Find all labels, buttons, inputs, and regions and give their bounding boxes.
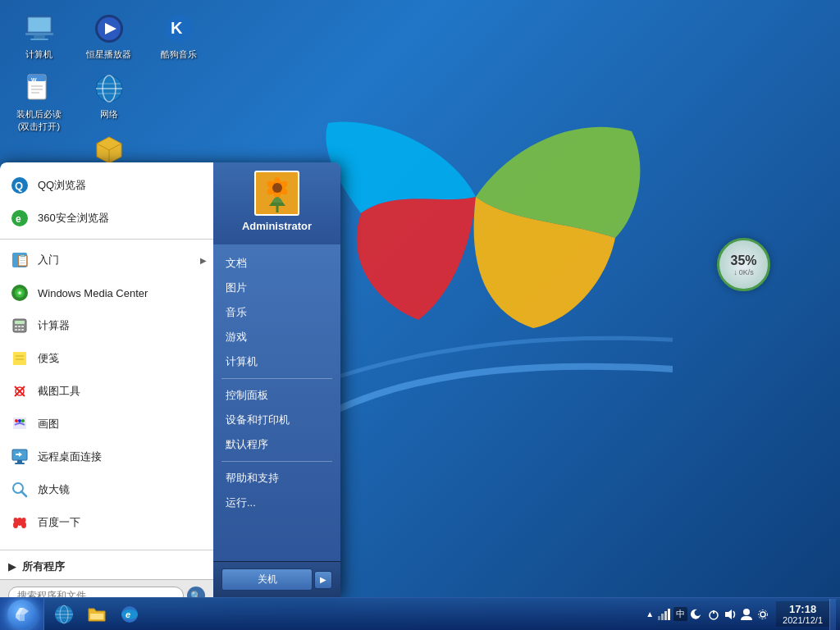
360-browser-label: 360安全浏览器 <box>38 211 109 226</box>
shutdown-arrow-button[interactable]: ▶ <box>314 571 332 589</box>
show-desktop-button[interactable] <box>829 599 836 630</box>
start-menu: Q QQ浏览器 e 360安全浏览器 <box>0 162 340 597</box>
tray-expand[interactable]: ▲ <box>646 609 654 619</box>
desktop-icon-install-guide[interactable]: W 装机后必读(双击打开) <box>8 68 70 136</box>
paint-icon <box>8 413 31 436</box>
svg-text:Q: Q <box>15 180 23 192</box>
svg-rect-38 <box>18 329 21 331</box>
svg-rect-36 <box>21 326 24 327</box>
start-item-paint[interactable]: 画图 <box>0 408 213 441</box>
user-name: Administrator <box>242 220 312 232</box>
desktop-icon-computer[interactable]: 计算机 <box>8 8 70 64</box>
search-input[interactable] <box>8 587 184 597</box>
right-item-games[interactable]: 游戏 <box>213 325 340 349</box>
start-button[interactable] <box>0 598 44 631</box>
windows-logo <box>312 98 673 443</box>
intro-arrow: ▶ <box>200 256 207 265</box>
svg-point-85 <box>743 609 750 615</box>
speed-widget: 35% ↓ 0K/s <box>717 238 770 291</box>
wmc-icon <box>8 281 31 304</box>
magnifier-icon <box>8 478 31 501</box>
user-avatar[interactable] <box>254 171 299 216</box>
shutdown-button[interactable]: 关机 <box>221 568 313 591</box>
qq-browser-label: QQ浏览器 <box>38 178 86 193</box>
network-icon-label: 网络 <box>100 108 118 120</box>
start-item-wmc[interactable]: Windows Media Center <box>0 276 213 309</box>
start-item-snipping-tool[interactable]: 截图工具 <box>0 375 213 408</box>
taskbar-app-ie[interactable]: e <box>114 600 145 628</box>
right-item-music[interactable]: 音乐 <box>213 300 340 325</box>
svg-marker-84 <box>725 609 732 619</box>
kugou-icon-label: 酷狗音乐 <box>161 48 197 60</box>
taskbar-app-network[interactable] <box>48 600 80 628</box>
start-item-remote-desktop[interactable]: 远程桌面连接 <box>0 441 213 473</box>
svg-rect-81 <box>668 609 670 620</box>
right-item-documents[interactable]: 文档 <box>213 251 340 276</box>
start-divider-1 <box>0 239 213 240</box>
right-item-pictures[interactable]: 图片 <box>213 276 340 300</box>
right-item-help[interactable]: 帮助和支持 <box>213 466 340 491</box>
desktop-icon-kugou[interactable]: K 酷狗音乐 <box>148 8 209 64</box>
all-programs-label: 所有程序 <box>22 559 65 574</box>
sticky-notes-icon <box>8 347 31 370</box>
right-item-computer[interactable]: 计算机 <box>213 349 340 374</box>
tray-cn-indicator[interactable]: 中 <box>673 607 687 621</box>
start-orb <box>7 600 37 629</box>
svg-rect-3 <box>30 39 48 40</box>
start-item-magnifier[interactable]: 放大镜 <box>0 473 213 506</box>
start-item-intro[interactable]: 📋 入门 ▶ <box>0 244 213 276</box>
start-item-qq-browser[interactable]: Q QQ浏览器 <box>0 169 213 202</box>
svg-rect-35 <box>18 326 21 327</box>
svg-rect-50 <box>15 463 25 464</box>
desktop-icon-network[interactable]: 网络 <box>78 68 139 124</box>
svg-point-66 <box>272 183 282 193</box>
svg-rect-2 <box>34 35 45 39</box>
taskbar-app-explorer[interactable] <box>81 600 112 628</box>
clock[interactable]: 17:18 2021/12/1 <box>776 601 829 627</box>
start-divider-2 <box>0 550 213 550</box>
taskbar: e ▲ 中 <box>0 597 840 630</box>
svg-rect-80 <box>664 611 667 620</box>
calculator-label: 计算器 <box>38 318 70 333</box>
baidu-icon <box>8 511 31 534</box>
right-menu-items: 文档 图片 音乐 游戏 计算机 控制面板 设备和打印机 默认程序 <box>213 244 340 561</box>
paint-label: 画图 <box>38 417 59 431</box>
right-divider-2 <box>221 461 332 462</box>
sticky-notes-label: 便笺 <box>38 351 59 366</box>
right-item-control-panel[interactable]: 控制面板 <box>213 383 340 408</box>
svg-rect-74 <box>90 614 103 619</box>
start-menu-right: Administrator 文档 图片 音乐 游戏 计算机 控制面板 <box>213 162 340 597</box>
install-guide-icon-label: 装机后必读(双击打开) <box>12 108 66 132</box>
right-item-default-programs[interactable]: 默认程序 <box>213 432 340 457</box>
svg-text:K: K <box>171 19 183 37</box>
magnifier-label: 放大镜 <box>38 482 70 497</box>
remote-desktop-icon <box>8 445 31 468</box>
svg-rect-49 <box>17 460 22 463</box>
svg-rect-79 <box>661 614 664 620</box>
start-item-360-browser[interactable]: e 360安全浏览器 <box>0 202 213 235</box>
qq-browser-icon: Q <box>8 174 31 197</box>
activate-driver-icon <box>93 133 126 166</box>
network-icon <box>93 72 126 105</box>
right-item-run[interactable]: 运行... <box>213 491 340 515</box>
svg-line-52 <box>21 491 26 496</box>
start-item-baidu[interactable]: 百度一下 <box>0 506 213 539</box>
clock-time: 17:18 <box>783 603 823 615</box>
computer-icon <box>23 12 56 45</box>
tray-moon-icon <box>691 608 704 621</box>
svg-rect-40 <box>13 352 26 365</box>
svg-rect-34 <box>15 326 17 327</box>
svg-text:e: e <box>16 213 21 225</box>
taskbar-pinned-apps: e <box>44 600 149 628</box>
computer-icon-label: 计算机 <box>25 48 52 60</box>
desktop-icons-container: 计算机 W 装机后必读(双击打开) 恒星播放器 <box>8 8 213 189</box>
svg-rect-78 <box>658 616 660 620</box>
desktop-icon-media-player[interactable]: 恒星播放器 <box>78 8 139 64</box>
intro-icon: 📋 <box>8 249 31 272</box>
all-programs-item[interactable]: ▶ 所有程序 <box>0 555 213 579</box>
svg-text:📋: 📋 <box>16 253 29 267</box>
start-item-sticky-notes[interactable]: 便笺 <box>0 342 213 375</box>
start-item-calculator[interactable]: 计算器 <box>0 309 213 342</box>
right-item-devices-printers[interactable]: 设备和打印机 <box>213 408 340 432</box>
search-button[interactable]: 🔍 <box>187 587 205 597</box>
